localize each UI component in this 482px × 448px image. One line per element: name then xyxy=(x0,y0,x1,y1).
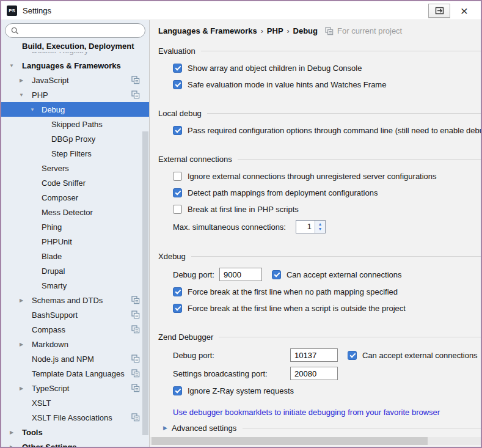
section-local-debug: Local debugPass required configuration o… xyxy=(158,108,481,139)
break-at-first-line-in-php-scripts-checkbox[interactable] xyxy=(173,205,182,214)
advanced-settings-toggle[interactable]: ▶Advanced settings xyxy=(158,420,481,436)
chevron-right-icon[interactable]: ▶ xyxy=(18,386,25,391)
checkbox-row-ignore-z-ray-system-requests[interactable]: Ignore Z-Ray system requests xyxy=(158,383,481,399)
sidebar-item-compass[interactable]: Compass xyxy=(1,322,149,337)
checkbox-label[interactable]: Show array and object children in Debug … xyxy=(188,64,362,73)
sidebar-item-javascript[interactable]: ▶JavaScript xyxy=(1,73,149,87)
sidebar-item-mess-detector[interactable]: Mess Detector xyxy=(1,205,149,219)
breadcrumb-item-languages-frameworks[interactable]: Languages & Frameworks xyxy=(158,26,257,35)
sidebar-item-typescript[interactable]: ▶TypeScript xyxy=(1,381,149,395)
checkbox-row-show-array-and-object-children-in-debug-[interactable]: Show array and object children in Debug … xyxy=(158,60,481,76)
chevron-right-icon[interactable]: ▶ xyxy=(163,425,167,431)
sidebar-item-schemas-and-dtds[interactable]: ▶Schemas and DTDs xyxy=(1,293,149,307)
force-break-at-the-first-line-when-a-scr-checkbox[interactable] xyxy=(173,304,182,313)
search-box[interactable] xyxy=(5,23,145,38)
chevron-right-icon[interactable]: ▶ xyxy=(18,342,25,347)
sidebar-item-label: Template Data Languages xyxy=(1,369,125,378)
debugger-bookmarklets-link[interactable]: Use debugger bookmarklets to initiate de… xyxy=(173,408,440,417)
sidebar-item-dbgp-proxy[interactable]: DBGp Proxy xyxy=(1,131,149,146)
sidebar-item-languages-frameworks[interactable]: ▼Languages & Frameworks xyxy=(1,58,149,73)
inline-checkbox-can-accept-external-connections[interactable]: Can accept external connections xyxy=(272,270,402,279)
safe-evaluation-mode-in-value-hints-and--checkbox[interactable] xyxy=(173,80,182,89)
phpstorm-logo-icon: PS xyxy=(7,6,17,16)
sidebar-item-node-js-and-npm[interactable]: Node.js and NPM xyxy=(1,351,149,366)
open-in-new-window-button[interactable] xyxy=(428,4,450,18)
detect-path-mappings-from-deployment-con-checkbox[interactable] xyxy=(173,188,182,197)
checkbox-row-safe-evaluation-mode-in-value-hints-and-[interactable]: Safe evaluation mode in value hints and … xyxy=(158,76,481,93)
sidebar-item-label: Servers xyxy=(1,164,69,173)
sidebar-item-label: Build, Execution, Deployment xyxy=(1,42,134,51)
ignore-z-ray-system-requests-checkbox[interactable] xyxy=(173,386,182,395)
sidebar-item-blade[interactable]: Blade xyxy=(1,249,149,263)
checkbox-row-break-at-first-line-in-php-scripts[interactable]: Break at first line in PHP scripts xyxy=(158,201,481,218)
xdebug-debug-port-input[interactable] xyxy=(219,268,262,281)
close-button[interactable]: × xyxy=(454,4,475,18)
sidebar-item-skipped-paths[interactable]: Skipped Paths xyxy=(1,117,149,131)
breadcrumb-item-debug[interactable]: Debug xyxy=(293,26,318,35)
sidebar-item-label: Smarty xyxy=(1,281,67,290)
sidebar-item-step-filters[interactable]: Step Filters xyxy=(1,146,149,161)
sidebar-vertical-scrollbar[interactable] xyxy=(142,131,148,435)
sidebar-item-label: Code Sniffer xyxy=(1,178,86,188)
checkbox-label[interactable]: Detect path mappings from deployment con… xyxy=(188,188,378,197)
chevron-right-icon[interactable]: ▶ xyxy=(18,78,25,83)
sidebar-item-debug[interactable]: ▼Debug xyxy=(1,102,149,117)
sidebar-item-other-settings[interactable]: ▶Other Settings xyxy=(1,439,149,447)
show-array-and-object-children-in-debug--checkbox[interactable] xyxy=(173,64,182,73)
sidebar-item-php[interactable]: ▼PHP xyxy=(1,87,149,102)
horizontal-scrollbar-thumb[interactable] xyxy=(152,437,428,445)
sidebar-item-label: XSLT File Associations xyxy=(1,413,112,422)
pass-required-configuration-options-thro-checkbox[interactable] xyxy=(173,126,182,135)
sidebar-item-composer[interactable]: Composer xyxy=(1,190,149,205)
sidebar-item-xslt-file-associations[interactable]: XSLT File Associations xyxy=(1,410,149,425)
chevron-right-icon[interactable]: ▶ xyxy=(8,444,15,447)
ignore-external-connections-through-unre-checkbox[interactable] xyxy=(173,172,182,181)
external-connections-max-simultaneous-connections-stepper[interactable]: 1▲▼ xyxy=(296,220,326,233)
checkbox-label[interactable]: Can accept external connections xyxy=(362,351,478,360)
sidebar-item-template-data-languages[interactable]: Template Data Languages xyxy=(1,366,149,381)
sidebar-item-label: Skipped Paths xyxy=(1,120,103,129)
checkbox-label[interactable]: Force break at the first line when no pa… xyxy=(188,287,398,296)
xdebug-can-accept-external-connections-checkbox[interactable] xyxy=(272,270,281,279)
checkbox-label[interactable]: Ignore external connections through unre… xyxy=(188,172,437,181)
chevron-right-icon[interactable]: ▶ xyxy=(18,298,25,303)
search-input[interactable] xyxy=(23,26,139,35)
sidebar-item-clipped[interactable]: Docker Registry xyxy=(1,52,149,58)
sidebar-item-markdown[interactable]: ▶Markdown xyxy=(1,337,149,351)
checkbox-label[interactable]: Safe evaluation mode in value hints and … xyxy=(188,80,386,89)
zend-debugger-settings-broadcasting-port-input[interactable] xyxy=(290,367,338,380)
inline-checkbox-can-accept-external-connections[interactable]: Can accept external connections xyxy=(348,351,478,360)
checkbox-row-force-break-at-the-first-line-when-a-scr[interactable]: Force break at the first line when a scr… xyxy=(158,300,481,317)
force-break-at-the-first-line-when-no-pa-checkbox[interactable] xyxy=(173,287,182,296)
checkbox-label[interactable]: Force break at the first line when a scr… xyxy=(188,304,406,313)
window-title: Settings xyxy=(23,6,51,15)
sidebar-item-xslt[interactable]: XSLT xyxy=(1,395,149,410)
chevron-right-icon[interactable]: ▶ xyxy=(8,430,15,435)
checkbox-row-detect-path-mappings-from-deployment-con[interactable]: Detect path mappings from deployment con… xyxy=(158,185,481,201)
checkbox-row-force-break-at-the-first-line-when-no-pa[interactable]: Force break at the first line when no pa… xyxy=(158,284,481,300)
sidebar-item-bashsupport[interactable]: BashSupport xyxy=(1,307,149,322)
sidebar-item-phpunit[interactable]: PHPUnit xyxy=(1,234,149,249)
breadcrumb-item-php[interactable]: PHP xyxy=(267,26,283,35)
sidebar-item-phing[interactable]: Phing xyxy=(1,219,149,234)
sidebar-item-drupal[interactable]: Drupal xyxy=(1,263,149,278)
chevron-down-icon[interactable]: ▼ xyxy=(18,92,25,98)
zend-debugger-can-accept-external-connections-checkbox[interactable] xyxy=(348,351,357,360)
content-horizontal-scrollbar[interactable] xyxy=(150,437,481,445)
checkbox-label[interactable]: Pass required configuration options thro… xyxy=(188,126,481,135)
stepper-arrows-icon[interactable]: ▲▼ xyxy=(315,221,325,233)
advanced-settings-label: Advanced settings xyxy=(172,424,236,433)
checkbox-row-ignore-external-connections-through-unre[interactable]: Ignore external connections through unre… xyxy=(158,168,481,185)
sidebar-item-smarty[interactable]: Smarty xyxy=(1,278,149,293)
checkbox-label[interactable]: Can accept external connections xyxy=(287,270,402,279)
chevron-down-icon[interactable]: ▼ xyxy=(8,63,15,68)
checkbox-label[interactable]: Break at first line in PHP scripts xyxy=(188,205,299,214)
checkbox-row-pass-required-configuration-options-thro[interactable]: Pass required configuration options thro… xyxy=(158,122,481,139)
checkbox-label[interactable]: Ignore Z-Ray system requests xyxy=(188,386,294,395)
chevron-down-icon[interactable]: ▼ xyxy=(29,107,36,112)
sidebar-item-tools[interactable]: ▶Tools xyxy=(1,425,149,439)
sidebar-item-code-sniffer[interactable]: Code Sniffer xyxy=(1,175,149,190)
zend-debugger-debug-port-input[interactable] xyxy=(290,348,338,362)
sidebar-item-servers[interactable]: Servers xyxy=(1,161,149,175)
sidebar-group-header[interactable]: Build, Execution, Deployment xyxy=(1,40,149,52)
